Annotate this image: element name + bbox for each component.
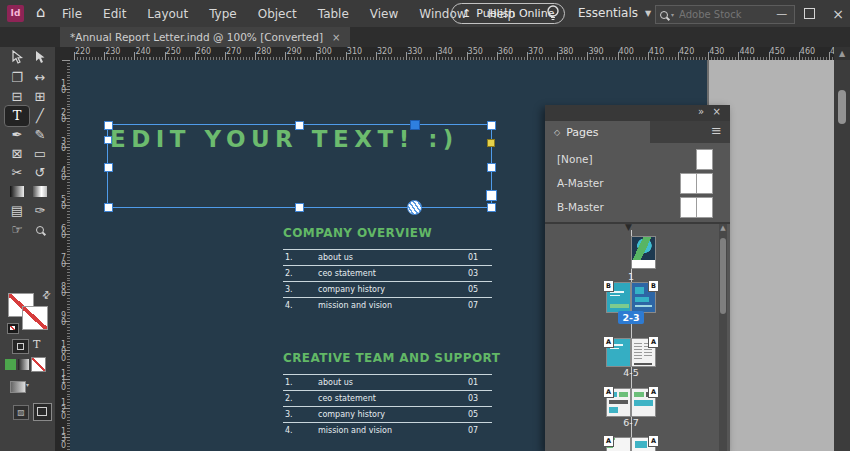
text-outport-badge[interactable]: [407, 200, 422, 215]
note-tool[interactable]: ▤: [6, 202, 28, 220]
tab-close-icon[interactable]: ×: [332, 32, 340, 43]
frame-handle[interactable]: [104, 121, 113, 130]
panel-close-icon[interactable]: ×: [713, 106, 721, 117]
apply-to-selector[interactable]: [10, 381, 26, 393]
page-thumbnail[interactable]: [631, 236, 656, 269]
master-page-thumbnail[interactable]: [680, 197, 697, 218]
frame-handle[interactable]: [487, 163, 496, 172]
minimize-button[interactable]: —: [776, 7, 787, 20]
gap-tool[interactable]: ↔: [29, 69, 51, 87]
frame-handle[interactable]: [295, 203, 304, 212]
scissors-tool[interactable]: ✂: [6, 164, 28, 182]
search-icon: [660, 11, 668, 19]
page-label[interactable]: 1: [611, 271, 651, 282]
content-collector-tool[interactable]: ⊟: [6, 88, 28, 106]
page-label[interactable]: 6-7: [611, 417, 651, 428]
gradient-feather-tool[interactable]: [29, 183, 51, 201]
pen-tool[interactable]: ✒: [6, 126, 28, 144]
frame-handle[interactable]: [104, 136, 112, 144]
master-row-a-master[interactable]: A-Master: [545, 171, 730, 195]
menu-object[interactable]: Object: [258, 7, 297, 21]
eyedropper-tool[interactable]: ✑: [29, 202, 51, 220]
line-tool[interactable]: ╱: [29, 107, 51, 125]
panel-scroll-up-icon[interactable]: ▲: [719, 224, 727, 232]
menu-file[interactable]: File: [62, 7, 82, 21]
gradient-swatch-tool[interactable]: [6, 183, 28, 201]
swap-fill-stroke-icon[interactable]: ⇄: [39, 288, 53, 302]
toc-row-label: mission and vision: [318, 426, 468, 435]
panel-scrollbar[interactable]: ▲: [719, 224, 727, 451]
ruler-number: 310: [347, 47, 362, 56]
page-tool[interactable]: ❐: [6, 69, 28, 87]
apply-none-swatch[interactable]: [31, 357, 46, 372]
selected-text-frame[interactable]: [107, 124, 492, 208]
hand-tool[interactable]: ☞: [6, 221, 28, 239]
maximize-button[interactable]: [804, 8, 815, 19]
frame-handle[interactable]: [487, 139, 495, 147]
window-controls: — ×: [776, 0, 844, 27]
free-transform-tool[interactable]: ↺: [29, 164, 51, 182]
frame-handle[interactable]: [486, 190, 497, 201]
content-placer-tool[interactable]: ⊞: [29, 88, 51, 106]
toc-row-label: about us: [318, 378, 468, 387]
close-button[interactable]: ×: [832, 6, 844, 22]
master-badge: A: [603, 336, 614, 348]
document-tab[interactable]: *Annual Report Letter.indd @ 100% [Conve…: [60, 27, 350, 47]
pages-panel-tab[interactable]: ◇ Pages: [545, 121, 650, 143]
stroke-color-swatch[interactable]: [22, 306, 48, 330]
master-page-thumbnail[interactable]: [696, 197, 713, 218]
adobe-stock-search[interactable]: ▾: [655, 5, 795, 24]
frame-handle[interactable]: [104, 163, 113, 172]
toc-row-number: 1.: [283, 378, 318, 387]
default-fill-stroke-icon[interactable]: [7, 323, 19, 334]
screen-mode-button[interactable]: [33, 403, 52, 421]
frame-handle[interactable]: [410, 120, 420, 130]
ruler-number: 3 0: [55, 138, 66, 152]
page-label[interactable]: 2-3: [618, 311, 644, 324]
master-row-none[interactable]: [None]: [545, 147, 730, 171]
view-options-button[interactable]: ▨: [13, 405, 29, 420]
panel-scrollbar-thumb[interactable]: [720, 238, 726, 314]
formatting-affects-text-button[interactable]: T: [33, 338, 40, 351]
frame-tool[interactable]: ⊠: [6, 145, 28, 163]
vertical-scrollbar-thumb[interactable]: [838, 90, 846, 124]
panel-menu-icon[interactable]: ≡: [711, 123, 722, 138]
collapse-panel-icon[interactable]: »: [698, 106, 704, 117]
lightbulb-icon[interactable]: [546, 4, 560, 26]
apply-color-swatch[interactable]: [5, 359, 16, 370]
page-label[interactable]: 4-5: [611, 367, 651, 378]
zoom-tool[interactable]: [29, 221, 51, 239]
formatting-affects-container-button[interactable]: [12, 339, 29, 354]
vertical-ruler[interactable]: 1 02 03 04 05 06 07 08 09 01 0 01 1 01 2…: [55, 60, 71, 451]
selection-tool[interactable]: [6, 50, 28, 68]
menu-view[interactable]: View: [370, 7, 398, 21]
frame-handle[interactable]: [487, 203, 496, 212]
search-input[interactable]: [677, 8, 790, 21]
apply-gradient-swatch[interactable]: [18, 359, 29, 370]
menu-edit[interactable]: Edit: [103, 7, 126, 21]
home-icon[interactable]: ⌂: [36, 3, 46, 21]
horizontal-ruler[interactable]: 2202302402502602702802903003103203303403…: [70, 47, 834, 61]
master-page-thumbnail[interactable]: [680, 173, 697, 194]
rectangle-tool[interactable]: ▭: [29, 145, 51, 163]
frame-handle[interactable]: [487, 121, 496, 130]
ruler-origin-corner[interactable]: [55, 47, 71, 61]
frame-handle[interactable]: [295, 121, 304, 130]
direct-selection-tool[interactable]: [29, 50, 51, 68]
menu-layout[interactable]: Layout: [147, 7, 188, 21]
toc-row-page: 05: [468, 285, 492, 294]
ruler-number: 450: [770, 47, 785, 56]
type-tool[interactable]: T: [4, 105, 30, 127]
indesign-logo-icon: Id: [7, 5, 24, 22]
menu-table[interactable]: Table: [318, 7, 349, 21]
scroll-up-icon[interactable]: ▲: [834, 47, 850, 60]
workspace-switcher[interactable]: Essentials ▼: [578, 6, 651, 20]
master-row-b-master[interactable]: B-Master: [545, 195, 730, 219]
master-name: A-Master: [557, 177, 604, 189]
pencil-tool[interactable]: ✎: [29, 126, 51, 144]
master-page-thumbnail[interactable]: [696, 149, 713, 170]
master-page-thumbnail[interactable]: [696, 173, 713, 194]
menu-type[interactable]: Type: [209, 7, 237, 21]
ruler-number: 220: [75, 47, 90, 56]
frame-handle[interactable]: [104, 203, 113, 212]
